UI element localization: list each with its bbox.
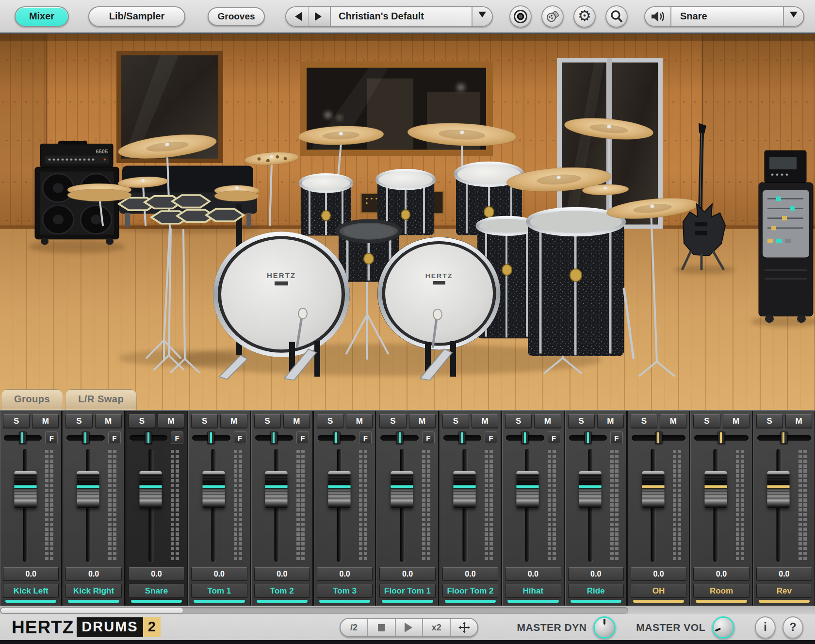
- mute-button[interactable]: M: [95, 414, 122, 428]
- fx-button[interactable]: F: [296, 431, 309, 444]
- fader-handle[interactable]: [202, 471, 225, 508]
- preset-next-button[interactable]: [308, 7, 330, 26]
- pan-handle[interactable]: [208, 432, 215, 444]
- channel-label[interactable]: Kick Right: [65, 584, 121, 598]
- channel-label[interactable]: Room: [693, 584, 749, 598]
- mixer-scrollbar[interactable]: [0, 607, 628, 614]
- solo-button[interactable]: S: [254, 414, 281, 428]
- info-button[interactable]: i: [755, 616, 776, 639]
- channel-label[interactable]: Hihat: [505, 584, 561, 598]
- tab-lr-swap[interactable]: L/R Swap: [65, 389, 137, 410]
- fx-button[interactable]: F: [359, 431, 372, 444]
- pan-handle[interactable]: [333, 432, 341, 444]
- volume-fader[interactable]: [148, 449, 153, 562]
- volume-value[interactable]: 0.0: [254, 567, 310, 581]
- pan-slider[interactable]: [443, 435, 481, 441]
- fader-handle[interactable]: [140, 471, 162, 508]
- scrollbar-thumb[interactable]: [1, 608, 183, 613]
- stop-button[interactable]: [367, 619, 395, 636]
- channel-label[interactable]: Snare: [129, 584, 184, 598]
- channel-label[interactable]: Floor Tom 2: [442, 584, 498, 598]
- channel-label[interactable]: Ride: [568, 584, 624, 598]
- fx-button[interactable]: F: [108, 431, 121, 444]
- fx-button[interactable]: F: [45, 431, 58, 444]
- cable-button[interactable]: [541, 5, 564, 28]
- pan-slider[interactable]: [255, 435, 293, 441]
- volume-value[interactable]: 0.0: [756, 567, 812, 581]
- mute-button[interactable]: M: [660, 414, 686, 428]
- instrument-dropdown-button[interactable]: [783, 7, 803, 26]
- tab-lib-sampler[interactable]: Lib/Sampler: [88, 6, 185, 27]
- volume-fader[interactable]: [337, 449, 342, 562]
- volume-fader[interactable]: [462, 449, 467, 562]
- mute-button[interactable]: M: [346, 414, 373, 428]
- fx-button[interactable]: F: [171, 431, 183, 444]
- volume-value[interactable]: 0.0: [442, 567, 498, 581]
- master-dyn-knob[interactable]: [593, 616, 616, 639]
- channel-label[interactable]: Kick Left: [3, 584, 59, 598]
- fader-handle[interactable]: [579, 471, 602, 508]
- help-button[interactable]: ?: [782, 616, 803, 639]
- settings-button[interactable]: ⚙: [573, 5, 596, 28]
- solo-button[interactable]: S: [631, 414, 657, 428]
- pan-handle[interactable]: [458, 432, 466, 444]
- volume-fader[interactable]: [588, 449, 592, 562]
- fader-handle[interactable]: [704, 471, 727, 508]
- volume-value[interactable]: 0.0: [3, 567, 59, 581]
- pan-handle[interactable]: [717, 432, 725, 444]
- monitor-button[interactable]: [509, 5, 532, 28]
- pan-slider[interactable]: [757, 435, 811, 441]
- solo-button[interactable]: S: [129, 414, 155, 428]
- solo-button[interactable]: S: [317, 414, 343, 428]
- tab-mixer[interactable]: Mixer: [15, 6, 69, 27]
- tab-grooves[interactable]: Grooves: [208, 7, 265, 26]
- pan-handle[interactable]: [781, 432, 788, 444]
- floor-tom-2-drum[interactable]: [528, 209, 634, 359]
- volume-fader[interactable]: [714, 449, 718, 562]
- kick-right-drum[interactable]: HERTZ: [377, 237, 501, 350]
- solo-button[interactable]: S: [3, 414, 30, 428]
- solo-button[interactable]: S: [756, 414, 783, 428]
- master-vol-knob[interactable]: [712, 616, 734, 639]
- fx-button[interactable]: F: [610, 431, 623, 444]
- pan-slider[interactable]: [506, 435, 544, 441]
- pan-handle[interactable]: [522, 432, 529, 444]
- pan-slider[interactable]: [192, 435, 230, 441]
- search-button[interactable]: [605, 5, 628, 28]
- volume-value[interactable]: 0.0: [505, 567, 561, 581]
- pan-slider[interactable]: [130, 435, 167, 441]
- solo-button[interactable]: S: [191, 414, 218, 428]
- volume-value[interactable]: 0.0: [631, 567, 686, 581]
- half-tempo-button[interactable]: /2: [341, 619, 367, 636]
- pan-slider[interactable]: [66, 435, 104, 441]
- fader-handle[interactable]: [265, 471, 288, 508]
- volume-value[interactable]: 0.0: [568, 567, 624, 581]
- channel-label[interactable]: Floor Tom 1: [379, 584, 435, 598]
- audition-button[interactable]: [645, 7, 671, 26]
- volume-fader[interactable]: [86, 449, 90, 562]
- volume-value[interactable]: 0.0: [693, 567, 749, 581]
- kick-left-drum[interactable]: HERTZ: [213, 231, 350, 357]
- mute-button[interactable]: M: [158, 414, 184, 428]
- mute-button[interactable]: M: [723, 414, 750, 428]
- channel-label[interactable]: Rev: [756, 584, 812, 598]
- channel-label[interactable]: Tom 2: [254, 584, 310, 598]
- solo-button[interactable]: S: [505, 414, 532, 428]
- fader-handle[interactable]: [77, 471, 99, 508]
- play-button[interactable]: [395, 619, 423, 636]
- fx-button[interactable]: F: [422, 431, 435, 444]
- volume-value[interactable]: 0.0: [129, 567, 184, 581]
- volume-fader[interactable]: [776, 449, 781, 562]
- pan-handle[interactable]: [584, 432, 591, 444]
- solo-button[interactable]: S: [379, 414, 406, 428]
- mute-button[interactable]: M: [534, 414, 561, 428]
- channel-label[interactable]: Tom 1: [191, 584, 247, 598]
- fader-handle[interactable]: [516, 471, 538, 508]
- fader-handle[interactable]: [454, 471, 476, 508]
- fader-handle[interactable]: [328, 471, 350, 508]
- fx-button[interactable]: F: [234, 431, 246, 444]
- pan-slider[interactable]: [380, 435, 418, 441]
- mute-button[interactable]: M: [283, 414, 310, 428]
- fader-handle[interactable]: [642, 471, 664, 508]
- fader-handle[interactable]: [767, 471, 790, 508]
